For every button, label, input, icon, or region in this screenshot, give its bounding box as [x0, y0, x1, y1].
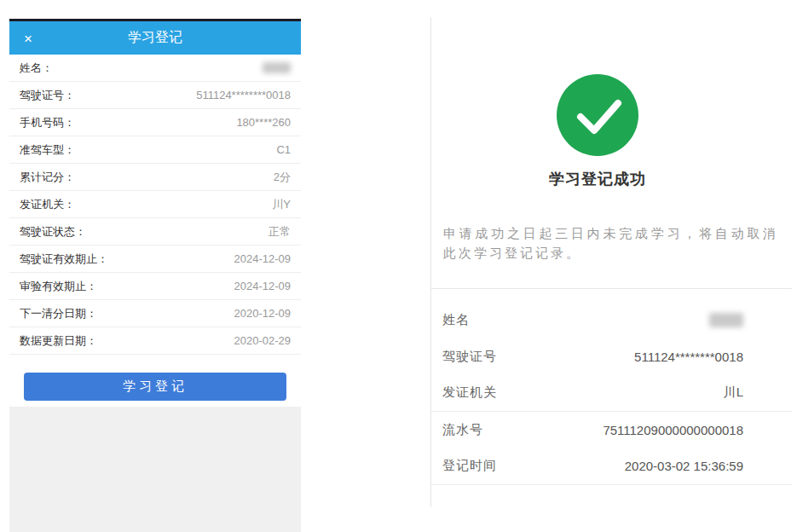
- result-row-register-time: 登记时间 2020-03-02 15:36:59: [431, 448, 792, 485]
- field-label: 发证机关: [442, 385, 497, 401]
- form-header: × 学习登记: [9, 21, 301, 55]
- form-row-inspection-expiry: 审验有效期止： 2024-12-09: [9, 273, 301, 300]
- redacted-name: [263, 62, 291, 73]
- field-label: 累计记分：: [20, 170, 75, 185]
- form-row-vehicle-class: 准驾车型： C1: [9, 136, 301, 164]
- field-value: 2020-12-09: [234, 307, 292, 320]
- field-label: 数据更新日期：: [20, 333, 97, 349]
- form-row-name: 姓名：: [9, 55, 301, 82]
- form-row-data-update-date: 数据更新日期： 2020-02-29: [9, 327, 301, 355]
- registration-form-card: × 学习登记 姓名： 驾驶证号： 511124********0018 手机号码…: [9, 19, 301, 532]
- field-label: 流水号: [442, 422, 483, 438]
- form-row-next-clear-date: 下一清分日期： 2020-12-09: [9, 300, 301, 327]
- form-row-license-status: 驾驶证状态： 正常: [9, 218, 301, 246]
- field-label: 姓名：: [20, 61, 53, 76]
- result-row-name: 姓名: [431, 302, 792, 338]
- button-area: 学习登记: [9, 355, 301, 407]
- field-value: 75111209000000000018: [603, 423, 743, 437]
- field-value: 180****260: [236, 116, 291, 129]
- field-label: 审验有效期止：: [20, 279, 97, 294]
- field-value: 2024-12-09: [234, 252, 292, 265]
- field-value: 川Y: [272, 197, 291, 212]
- field-value: 2分: [274, 170, 291, 185]
- success-title: 学习登记成功: [431, 169, 764, 189]
- result-row-issuing-authority: 发证机关 川L: [431, 375, 792, 412]
- field-value: 2024-12-09: [234, 280, 292, 292]
- field-label: 发证机关：: [20, 197, 75, 212]
- field-value: C1: [276, 143, 291, 156]
- success-block: 学习登记成功: [431, 74, 764, 189]
- field-label: 登记时间: [442, 458, 497, 474]
- field-label: 驾驶证有效期止：: [20, 252, 108, 267]
- field-label: 下一清分日期：: [20, 306, 97, 321]
- field-value: 2020-03-02 15:36:59: [625, 459, 743, 473]
- field-value: 2020-02-29: [234, 334, 292, 347]
- empty-gray-area: [9, 407, 301, 532]
- field-label: 驾驶证号: [442, 349, 497, 365]
- study-register-button[interactable]: 学习登记: [24, 373, 286, 401]
- field-value: 川L: [724, 385, 743, 401]
- form-row-phone: 手机号码： 180****260: [9, 109, 301, 136]
- field-label: 手机号码：: [20, 115, 75, 130]
- result-row-serial-no: 流水号 75111209000000000018: [431, 412, 792, 448]
- field-label: 驾驶证号：: [20, 88, 75, 103]
- field-label: 姓名: [442, 312, 470, 328]
- result-fields: 姓名 驾驶证号 511124********0018 发证机关 川L 流水号 7…: [431, 289, 792, 485]
- success-notice-text: 申请成功之日起三日内未完成学习，将自动取消此次学习登记记录。: [443, 223, 778, 263]
- form-row-points: 累计记分： 2分: [9, 164, 301, 191]
- form-row-license-expiry: 驾驶证有效期止： 2024-12-09: [9, 246, 301, 273]
- success-result-panel: 学习登记成功 申请成功之日起三日内未完成学习，将自动取消此次学习登记记录。 姓名…: [430, 17, 792, 507]
- field-value: 正常: [269, 224, 291, 240]
- form-row-license-no: 驾驶证号： 511124********0018: [9, 82, 301, 109]
- redacted-name: [709, 313, 743, 327]
- field-label: 驾驶证状态：: [20, 224, 86, 240]
- success-checkmark-icon: [557, 74, 638, 156]
- close-icon[interactable]: ×: [24, 31, 32, 45]
- result-row-license-no: 驾驶证号 511124********0018: [431, 338, 792, 375]
- form-row-issuing-authority: 发证机关： 川Y: [9, 191, 301, 218]
- field-value: 511124********0018: [634, 350, 743, 364]
- field-label: 准驾车型：: [20, 142, 75, 158]
- field-value: 511124********0018: [196, 89, 291, 101]
- form-header-title: 学习登记: [128, 29, 182, 47]
